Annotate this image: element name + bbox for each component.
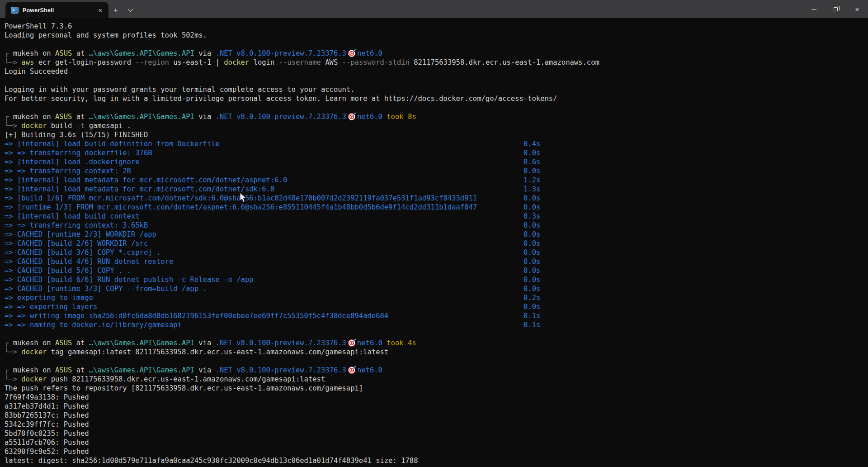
terminal-line: => => transferring context: 3.65kB0.0s (5, 221, 868, 230)
terminal-line: └─> aws ecr get-login-password --region … (5, 58, 868, 67)
step-duration: 1.3s (524, 185, 540, 194)
terminal-line: => [runtime 1/3] FROM mcr.microsoft.com/… (5, 203, 868, 212)
step-duration: 0.0s (524, 302, 540, 311)
tab-dropdown-button[interactable] (123, 2, 137, 18)
step-duration: 0.0s (524, 275, 540, 284)
step-duration: 0.0s (524, 203, 540, 212)
terminal-line: => => naming to docker.io/library/gamesa… (5, 320, 868, 329)
terminal-line: ┌ mukesh on ASUS at …\aws\Games.API\Game… (5, 112, 868, 121)
terminal-line: => => transferring dockerfile: 376B0.0s (5, 148, 868, 157)
step-duration: 0.6s (524, 157, 540, 167)
terminal-line: ┌ mukesh on ASUS at …\aws\Games.API\Game… (5, 338, 868, 348)
terminal-line: => [internal] load metadata for mcr.micr… (5, 176, 868, 185)
chevron-down-icon (127, 6, 133, 12)
step-duration: 0.0s (524, 266, 540, 275)
step-duration: 0.0s (524, 284, 540, 293)
terminal-line: => CACHED [build 5/6] COPY . .0.0s (5, 266, 868, 275)
terminal-line: => CACHED [runtime 2/3] WORKDIR /app0.0s (5, 230, 868, 239)
terminal-line: ┌ mukesh on ASUS at …\aws\Games.API\Game… (5, 49, 868, 58)
tab-powershell[interactable]: >_ PowerShell × (5, 2, 108, 18)
terminal-line (5, 357, 868, 366)
terminal-line: => [build 1/6] FROM mcr.microsoft.com/do… (5, 194, 868, 203)
terminal-line: The push refers to repository [821175633… (5, 384, 868, 393)
terminal-line (5, 76, 868, 85)
terminal-line: => => writing image sha256:d8fc6da8d8db1… (5, 311, 868, 320)
close-button[interactable]: × (846, 0, 868, 18)
minimize-button[interactable] (803, 0, 825, 18)
terminal-line (5, 103, 868, 112)
terminal-line: └─> docker build -t gamesapi . (5, 121, 868, 130)
terminal-line: For better security, log in with a limit… (5, 94, 868, 103)
step-duration: 0.3s (524, 212, 540, 221)
terminal-line: => CACHED [runtime 3/3] COPY --from=buil… (5, 284, 868, 293)
step-duration: 0.0s (524, 248, 540, 257)
terminal-line: 5342c39ff7fc: Pushed (5, 420, 868, 429)
tab-title: PowerShell (23, 7, 97, 14)
tab-close-icon[interactable]: × (97, 7, 104, 14)
step-duration: 0.0s (524, 167, 540, 176)
terminal-line: => [internal] load .dockerignore0.6s (5, 157, 868, 167)
restore-icon (834, 7, 838, 11)
step-duration: 0.1s (524, 320, 540, 329)
terminal-line: a5511d7cb706: Pushed (5, 438, 868, 447)
dotnet-target-icon (348, 339, 355, 347)
terminal-line: a317eb37d4d1: Pushed (5, 402, 868, 411)
terminal-line (5, 40, 868, 49)
dotnet-target-icon (348, 50, 355, 57)
terminal-line: PowerShell 7.3.6 (5, 22, 868, 31)
step-duration: 0.1s (524, 311, 540, 320)
step-duration: 0.0s (524, 257, 540, 266)
terminal-line: => [internal] load build context0.3s (5, 212, 868, 221)
terminal-line: └─> docker push 821175633958.dkr.ecr.us-… (5, 375, 868, 384)
terminal-line: => CACHED [build 2/6] WORKDIR /src0.0s (5, 239, 868, 248)
titlebar-drag-region (137, 0, 803, 18)
dotnet-target-icon (348, 113, 355, 120)
step-duration: 1.2s (524, 176, 540, 185)
terminal-line: 7f69f49a3138: Pushed (5, 393, 868, 402)
terminal-line: 63290f9c9e52: Pushed (5, 447, 868, 456)
step-duration: 0.0s (524, 239, 540, 248)
terminal-line: 5bd70f0c0235: Pushed (5, 429, 868, 438)
terminal-line: => CACHED [build 6/6] RUN dotnet publish… (5, 275, 868, 284)
terminal-line: latest: digest: sha256:1d00d579e711afa9a… (5, 456, 868, 465)
terminal-line: Login Succeeded (5, 67, 868, 76)
step-duration: 0.0s (524, 194, 540, 203)
terminal-line: Logging in with your password grants you… (5, 85, 868, 94)
terminal-window: >_ PowerShell × + × PowerShell 7.3.6Load… (0, 0, 868, 467)
terminal-line: => => transferring context: 2B0.0s (5, 167, 868, 176)
step-duration: 0.0s (524, 148, 540, 157)
terminal-line: └─> docker tag gamesapi:latest 821175633… (5, 348, 868, 357)
terminal-line: => => exporting layers0.0s (5, 302, 868, 311)
terminal-line: => [internal] load build definition from… (5, 139, 868, 148)
step-duration: 0.0s (524, 230, 540, 239)
restore-button[interactable] (825, 0, 846, 18)
terminal-line: ┌ mukesh on ASUS at …\aws\Games.API\Game… (5, 366, 868, 375)
step-duration: 0.0s (524, 221, 540, 230)
terminal-line: Loading personal and system profiles too… (5, 31, 868, 40)
terminal-line: => CACHED [build 4/6] RUN dotnet restore… (5, 257, 868, 266)
terminal-body[interactable]: PowerShell 7.3.6Loading personal and sys… (0, 18, 868, 467)
terminal-line: => [internal] load metadata for mcr.micr… (5, 185, 868, 194)
powershell-icon: >_ (11, 7, 19, 14)
minimize-icon (811, 9, 816, 10)
terminal-line (5, 329, 868, 338)
terminal-line: 83bb7265137c: Pushed (5, 411, 868, 420)
terminal-line: => exporting to image0.2s (5, 293, 868, 302)
terminal-line: => CACHED [build 3/6] COPY *.csproj .0.0… (5, 248, 868, 257)
step-duration: 0.4s (524, 139, 540, 148)
dotnet-target-icon (348, 367, 355, 374)
new-tab-button[interactable]: + (108, 2, 123, 18)
title-bar: >_ PowerShell × + × (0, 0, 868, 18)
terminal-line: [+] Building 3.6s (15/15) FINISHED (5, 130, 868, 139)
step-duration: 0.2s (524, 293, 540, 302)
